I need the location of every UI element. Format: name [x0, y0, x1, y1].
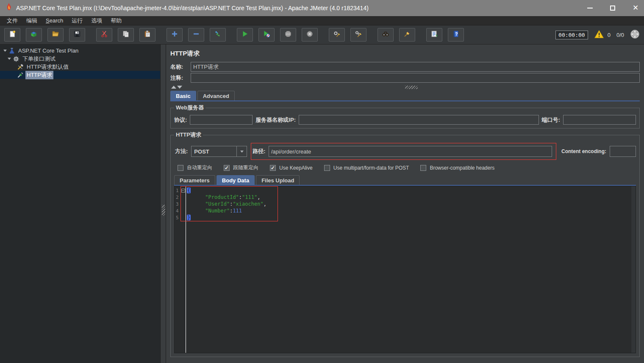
- title-bar: ASP.NET Core Test Plan.jmx (I:\DevTool\a…: [0, 0, 644, 16]
- checkbox-browser-headers[interactable]: Browser-compatible headers: [420, 165, 494, 171]
- tree-item-label: HTTP请求: [25, 71, 53, 79]
- close-button[interactable]: ✕: [632, 5, 639, 11]
- content-encoding-input[interactable]: [610, 146, 636, 157]
- toolbar-remove-button[interactable]: [188, 28, 204, 42]
- checkbox-auto-redirects[interactable]: 自动重定向: [178, 164, 212, 171]
- web-server-group: Web服务器 协议: 服务器名称或IP: 端口号:: [170, 104, 640, 128]
- tab-basic[interactable]: Basic: [170, 91, 196, 101]
- open-folder-icon: [52, 30, 59, 39]
- protocol-input[interactable]: [190, 115, 253, 125]
- new-file-icon: [8, 30, 16, 39]
- line-number: 3: [175, 201, 180, 207]
- checkbox-unchecked-icon[interactable]: [178, 165, 183, 171]
- toolbar-save-button[interactable]: [69, 28, 85, 42]
- toolbar-new-file-button[interactable]: [4, 28, 20, 42]
- toolbar-clear-gui-button[interactable]: [329, 28, 345, 42]
- body-tabs: ParametersBody DataFiles Upload: [174, 175, 636, 186]
- checkbox-unchecked-icon[interactable]: [420, 165, 426, 171]
- toolbar-toggle-button[interactable]: [210, 28, 226, 42]
- error-count: 0: [608, 32, 611, 38]
- toolbar-help-button[interactable]: ?: [448, 28, 464, 42]
- expander-open-icon[interactable]: [3, 50, 8, 52]
- remote-status-icon: [630, 29, 640, 41]
- collapse-down-icon[interactable]: [177, 86, 182, 89]
- line-number: 1: [175, 188, 180, 193]
- path-label: 路径:: [253, 148, 265, 155]
- help-icon: ?: [452, 30, 460, 39]
- http-request-panel: HTTP请求 名称: 注释: BasicAdvanced Web服务器: [166, 45, 644, 363]
- path-input[interactable]: [269, 146, 552, 157]
- comment-input[interactable]: [191, 73, 640, 83]
- expander-open-icon[interactable]: [7, 58, 12, 60]
- server-label: 服务器名称或IP:: [255, 116, 296, 124]
- name-input[interactable]: [191, 62, 640, 72]
- page-title: HTTP请求: [170, 46, 640, 62]
- toolbar-start-button[interactable]: [237, 28, 253, 42]
- toolbar-search-reset-button[interactable]: [399, 28, 415, 42]
- tab-body-data[interactable]: Body Data: [217, 175, 255, 185]
- menu-options[interactable]: 选项: [87, 17, 106, 25]
- menu-help[interactable]: 帮助: [106, 17, 126, 25]
- toolbar-start-no-timers-button[interactable]: [258, 28, 275, 42]
- tab-parameters[interactable]: Parameters: [174, 175, 215, 185]
- port-input[interactable]: [563, 115, 636, 125]
- checkbox-unchecked-icon[interactable]: [324, 165, 330, 171]
- checkbox-checked-icon[interactable]: ✓: [224, 165, 230, 171]
- svg-text:?: ?: [455, 32, 458, 36]
- menu-run[interactable]: 运行: [67, 17, 87, 25]
- method-select[interactable]: POST: [191, 146, 247, 157]
- toolbar-open-folder-button[interactable]: [47, 28, 64, 42]
- basic-advanced-tabs: BasicAdvanced: [170, 91, 640, 101]
- toolbar-shutdown-button[interactable]: [302, 28, 318, 42]
- collapse-up-icon[interactable]: [171, 86, 176, 89]
- method-label: 方法:: [175, 148, 188, 155]
- menu-search[interactable]: Search: [42, 17, 67, 24]
- toolbar-stop-button[interactable]: STOP: [280, 28, 296, 42]
- checkbox-follow-redirects[interactable]: ✓跟随重定向: [224, 164, 258, 171]
- minimize-button[interactable]: [586, 5, 593, 11]
- http-sampler-icon: [17, 72, 24, 78]
- body-data-editor[interactable]: 1−{2 "ProductId":"111",3 "UserId":"xiaoc…: [174, 186, 636, 353]
- vertical-splitter[interactable]: [160, 45, 166, 363]
- svg-text:STOP: STOP: [286, 34, 290, 35]
- checkbox-label: Use KeepAlive: [279, 165, 313, 171]
- horizontal-splitter[interactable]: [170, 84, 640, 90]
- tree-item-thread-group[interactable]: 下单接口测试: [0, 55, 160, 63]
- tree-item-http-request-defaults[interactable]: HTTP请求默认值: [0, 63, 160, 71]
- chevron-down-icon[interactable]: [236, 146, 247, 156]
- clear-gui-icon: [333, 30, 341, 39]
- menu-file[interactable]: 文件: [3, 17, 22, 25]
- warning-icon[interactable]: [594, 30, 604, 40]
- toolbar-search-button[interactable]: [378, 28, 394, 42]
- toolbar-templates-button[interactable]: [26, 28, 42, 42]
- checkbox-use-keepalive[interactable]: ✓Use KeepAlive: [270, 165, 313, 171]
- paste-icon: [144, 30, 151, 39]
- tree-item-http-request[interactable]: HTTP请求: [0, 71, 160, 79]
- toolbar-clear-all-gui-button[interactable]: [350, 28, 366, 42]
- toolbar-paste-button[interactable]: [139, 28, 155, 42]
- toolbar-add-button[interactable]: [167, 28, 183, 42]
- server-input[interactable]: [299, 115, 539, 125]
- cut-icon: [100, 30, 108, 39]
- start-icon: [241, 30, 249, 39]
- maximize-button[interactable]: [609, 5, 616, 11]
- search-reset-icon: [403, 30, 411, 39]
- toolbar: STOP? 00:00:00 0 0/0: [0, 25, 644, 45]
- test-plan-icon: [8, 47, 16, 54]
- tree-item-test-plan[interactable]: ASP.NET Core Test Plan: [0, 47, 160, 55]
- tab-advanced[interactable]: Advanced: [197, 91, 235, 101]
- checkbox-checked-icon[interactable]: ✓: [270, 165, 276, 171]
- line-number: 2: [175, 195, 180, 200]
- checkbox-label: 自动重定向: [187, 164, 212, 171]
- toolbar-copy-button[interactable]: [118, 28, 134, 42]
- start-no-timers-icon: [263, 30, 270, 39]
- splitter-grip[interactable]: [162, 205, 165, 216]
- splitter-grip[interactable]: [405, 86, 418, 89]
- menu-edit[interactable]: 编辑: [22, 17, 42, 25]
- checkbox-multipart-post[interactable]: Use multipart/form-data for POST: [324, 165, 409, 171]
- tab-files-upload[interactable]: Files Upload: [256, 175, 300, 185]
- toolbar-cut-button[interactable]: [96, 28, 112, 42]
- web-server-legend: Web服务器: [174, 104, 205, 112]
- remove-icon: [192, 30, 200, 39]
- toolbar-function-helper-button[interactable]: [426, 28, 442, 42]
